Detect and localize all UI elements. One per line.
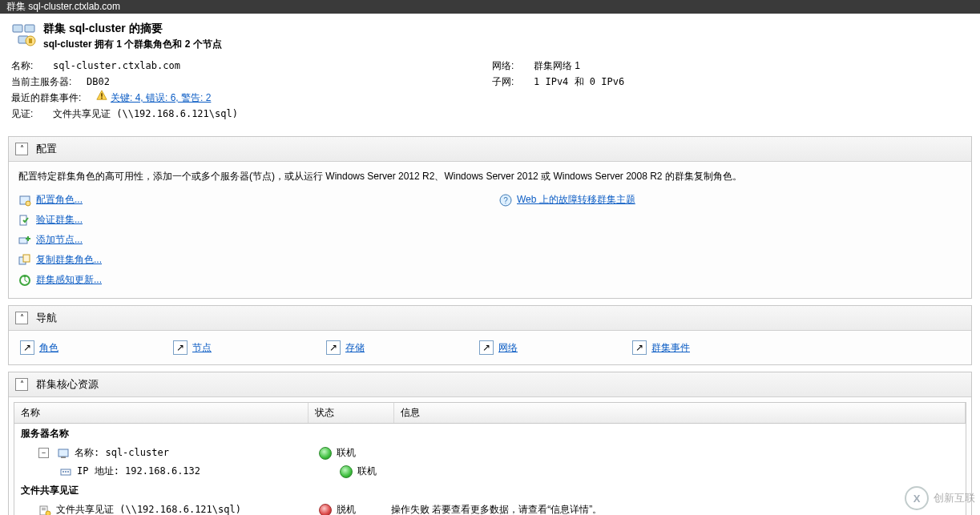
- svg-rect-0: [13, 25, 22, 32]
- network-value: 群集网络 1: [534, 58, 580, 74]
- col-info[interactable]: 信息: [394, 403, 966, 423]
- table-row[interactable]: IP 地址: 192.168.6.132 联机: [14, 462, 966, 481]
- cluster-aware-update-link[interactable]: 群集感知更新...: [18, 270, 499, 290]
- cluster-name-icon: [57, 447, 70, 460]
- state-online-label: 联机: [357, 465, 377, 478]
- svg-rect-4: [29, 38, 32, 43]
- watermark-text: 创新互联: [934, 491, 975, 505]
- help-icon: ?: [499, 194, 512, 207]
- summary-details: 名称: sql-cluster.ctxlab.com 网络: 群集网络 1 当前…: [0, 56, 980, 130]
- validate-cluster-label: 验证群集...: [36, 213, 83, 227]
- owner-value: DB02: [87, 74, 110, 90]
- section-resources: ˄ 群集核心资源 名称 状态 信息 服务器名称 − 名称: sql-cluste…: [8, 372, 972, 515]
- group-witness: 文件共享见证: [14, 481, 966, 501]
- online-icon: [319, 447, 332, 460]
- collapse-icon[interactable]: ˄: [15, 312, 28, 324]
- config-description: 配置特定群集角色的高可用性，添加一个或多个服务器(节点)，或从运行 Window…: [18, 170, 962, 183]
- file-share-witness-icon: [38, 504, 51, 516]
- web-help-link[interactable]: ? Web 上的故障转移群集主题: [499, 190, 962, 210]
- svg-point-22: [67, 471, 69, 473]
- collapse-icon[interactable]: ˄: [15, 378, 28, 391]
- svg-point-9: [26, 201, 30, 206]
- arrow-icon: ↗: [326, 340, 341, 355]
- recent-events-link[interactable]: 关键: 4, 错误: 6, 警告: 2: [111, 90, 211, 106]
- nav-events[interactable]: ↗ 群集事件: [632, 340, 960, 355]
- warning-icon: [96, 90, 107, 101]
- section-nav-title: 导航: [36, 311, 57, 325]
- name-value: sql-cluster.ctxlab.com: [53, 58, 180, 74]
- copy-roles-icon: [18, 254, 31, 267]
- arrow-icon: ↗: [20, 340, 34, 355]
- watermark: X 创新互联: [905, 486, 975, 510]
- witness-info-text: 操作失败 若要查看更多数据，请查看“信息详情”。: [391, 503, 602, 515]
- state-offline-label: 脱机: [337, 503, 356, 515]
- summary-subtitle: sql-cluster 拥有 1 个群集角色和 2 个节点: [43, 38, 222, 51]
- copy-roles-link[interactable]: 复制群集角色...: [18, 250, 499, 270]
- resources-table: 名称 状态 信息 服务器名称 − 名称: sql-cluster 联机: [14, 402, 966, 515]
- summary-header: 群集 sql-cluster 的摘要 sql-cluster 拥有 1 个群集角…: [0, 14, 980, 56]
- ip-address-label: IP 地址: 192.168.6.132: [77, 465, 200, 478]
- web-help-label: Web 上的故障转移群集主题: [517, 193, 635, 207]
- nav-roles[interactable]: ↗ 角色: [20, 340, 160, 355]
- witness-row-label: 文件共享见证 (\\192.168.6.121\sql): [56, 503, 241, 515]
- section-nav-header[interactable]: ˄ 导航: [9, 306, 971, 331]
- subnet-value: 1 IPv4 和 0 IPv6: [534, 74, 624, 90]
- online-icon: [340, 465, 353, 478]
- witness-label: 见证:: [11, 106, 48, 122]
- nav-nodes[interactable]: ↗ 节点: [173, 340, 313, 355]
- col-name[interactable]: 名称: [14, 403, 309, 423]
- svg-point-26: [46, 511, 50, 516]
- name-label: 名称:: [11, 58, 48, 74]
- table-row[interactable]: − 名称: sql-cluster 联机: [14, 444, 966, 462]
- add-node-link[interactable]: 添加节点...: [18, 230, 499, 250]
- state-online-label: 联机: [337, 446, 356, 460]
- svg-rect-25: [42, 509, 46, 510]
- svg-rect-13: [23, 255, 30, 262]
- section-resources-title: 群集核心资源: [36, 377, 99, 392]
- ip-address-icon: [59, 465, 72, 478]
- arrow-icon: ↗: [173, 340, 188, 355]
- section-resources-header[interactable]: ˄ 群集核心资源: [9, 372, 971, 397]
- owner-label: 当前主服务器:: [11, 74, 82, 90]
- network-label: 网络:: [492, 58, 529, 74]
- validate-cluster-link[interactable]: 验证群集...: [18, 210, 499, 230]
- witness-value: 文件共享见证 (\\192.168.6.121\sql): [53, 106, 238, 122]
- svg-text:?: ?: [503, 196, 508, 205]
- svg-rect-17: [58, 449, 68, 457]
- titlebar: 群集 sql-cluster.ctxlab.com: [0, 0, 980, 14]
- arrow-icon: ↗: [479, 340, 494, 355]
- arrow-icon: ↗: [632, 340, 647, 355]
- svg-rect-1: [25, 25, 34, 32]
- tree-collapse-icon[interactable]: −: [38, 448, 49, 458]
- validate-cluster-icon: [18, 214, 31, 227]
- section-config-title: 配置: [36, 142, 57, 156]
- subnet-label: 子网:: [492, 74, 529, 90]
- watermark-logo-icon: X: [905, 486, 929, 510]
- cluster-icon: [11, 22, 37, 47]
- table-row[interactable]: 文件共享见证 (\\192.168.6.121\sql) 脱机 操作失败 若要查…: [14, 501, 966, 515]
- svg-rect-6: [101, 93, 103, 96]
- svg-rect-24: [42, 508, 46, 509]
- add-node-icon: [18, 234, 31, 247]
- cluster-aware-update-label: 群集感知更新...: [36, 273, 102, 287]
- configure-role-link[interactable]: 配置角色...: [18, 190, 499, 210]
- nav-networks[interactable]: ↗ 网络: [479, 340, 619, 355]
- window-title: 群集 sql-cluster.ctxlab.com: [6, 1, 120, 12]
- section-config: ˄ 配置 配置特定群集角色的高可用性，添加一个或多个服务器(节点)，或从运行 W…: [8, 136, 972, 299]
- svg-point-21: [65, 471, 67, 473]
- nav-storage[interactable]: ↗ 存储: [326, 340, 466, 355]
- nav-storage-label: 存储: [345, 341, 365, 355]
- collapse-icon[interactable]: ˄: [15, 143, 28, 155]
- copy-roles-label: 复制群集角色...: [36, 253, 102, 267]
- table-header: 名称 状态 信息: [14, 403, 966, 424]
- add-node-label: 添加节点...: [36, 233, 83, 247]
- configure-role-icon: [18, 194, 31, 207]
- nav-events-label: 群集事件: [651, 341, 690, 355]
- main-content: 群集 sql-cluster 的摘要 sql-cluster 拥有 1 个群集角…: [0, 14, 980, 515]
- events-label: 最近的群集事件:: [11, 90, 91, 106]
- col-state[interactable]: 状态: [309, 403, 394, 423]
- nav-networks-label: 网络: [498, 341, 518, 355]
- cluster-name-label: 名称: sql-cluster: [75, 446, 169, 460]
- cluster-aware-update-icon: [18, 274, 31, 287]
- section-config-header[interactable]: ˄ 配置: [9, 137, 971, 162]
